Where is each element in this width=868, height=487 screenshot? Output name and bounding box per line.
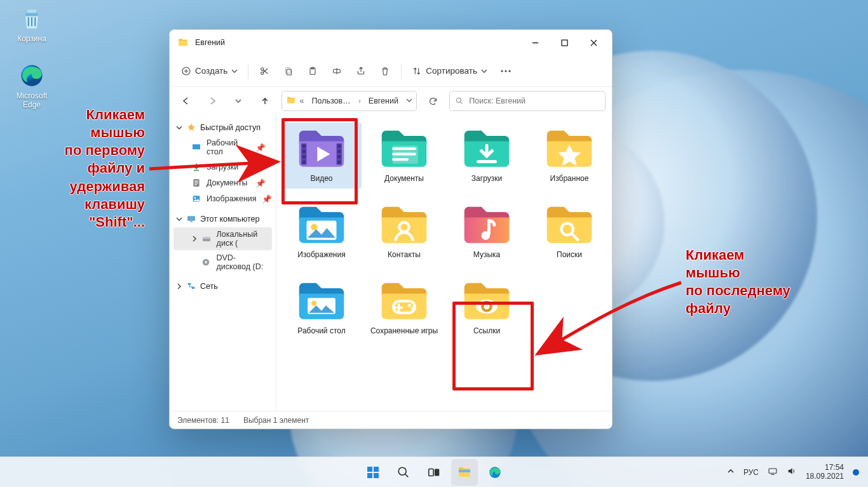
folder-pics[interactable]: Изображения <box>281 199 362 265</box>
delete-button[interactable] <box>374 60 396 82</box>
more-button[interactable] <box>495 60 517 82</box>
pin-icon: 📌 <box>255 163 266 172</box>
contacts-folder-icon <box>377 203 431 247</box>
annotation-right: Кликаем мышью по последнему файлу <box>686 246 790 318</box>
downloads-folder-icon <box>460 126 513 171</box>
refresh-button[interactable] <box>423 91 443 111</box>
taskbar-edge[interactable] <box>482 459 508 486</box>
pin-icon: 📌 <box>255 143 266 152</box>
share-button[interactable] <box>350 60 372 82</box>
new-button[interactable]: Создать <box>176 60 243 82</box>
svg-rect-58 <box>367 467 372 472</box>
titlebar[interactable]: Евгений <box>170 30 612 55</box>
start-button[interactable] <box>360 459 386 486</box>
sidebar-quick-item[interactable]: Рабочий стол📌 <box>173 136 272 159</box>
tray-volume-icon[interactable] <box>787 466 797 478</box>
breadcrumb-current[interactable]: Евгений <box>365 95 402 107</box>
sort-icon <box>412 66 422 76</box>
svg-rect-60 <box>367 473 372 478</box>
folder-downloads[interactable]: Загрузки <box>447 123 527 189</box>
copy-icon <box>283 66 294 76</box>
folder-docs[interactable]: Документы <box>364 123 444 189</box>
folder-search[interactable]: Поиски <box>529 199 609 265</box>
taskbar-search[interactable] <box>390 459 417 486</box>
svg-rect-35 <box>302 155 306 158</box>
sidebar: Быстрый доступ Рабочий стол📌Загрузки📌Док… <box>170 115 276 411</box>
sort-button[interactable]: Сортировать <box>407 60 492 82</box>
status-bar: Элементов: 11 Выбран 1 элемент <box>170 411 612 429</box>
sidebar-network[interactable]: Сеть <box>170 279 276 294</box>
svg-rect-64 <box>435 469 439 476</box>
folder-video[interactable]: Видео <box>281 123 362 189</box>
svg-rect-59 <box>374 467 379 472</box>
copy-button[interactable] <box>278 60 299 82</box>
nav-up[interactable] <box>255 91 275 111</box>
folder-fav[interactable]: Избранное <box>529 123 609 189</box>
sidebar-quick-item[interactable]: Документы📌 <box>173 175 272 190</box>
folder-contacts[interactable]: Контакты <box>364 199 444 265</box>
content-area[interactable]: ВидеоДокументыЗагрузкиИзбранноеИзображен… <box>276 115 612 411</box>
status-count: Элементов: 11 <box>177 416 229 425</box>
paste-button[interactable] <box>302 60 323 82</box>
folder-desktop[interactable]: Рабочий стол <box>281 275 362 341</box>
nav-row: « Пользов… › Евгений <box>170 87 612 115</box>
folder-label: Документы <box>384 175 424 183</box>
chevron-down-icon[interactable] <box>406 97 412 105</box>
search-box[interactable] <box>449 91 606 111</box>
desktop-folder-icon <box>295 279 348 323</box>
maximize-button[interactable] <box>550 32 579 53</box>
tray-clock[interactable]: 17:54 18.09.2021 <box>806 464 844 481</box>
close-button[interactable] <box>579 32 608 53</box>
breadcrumb-users[interactable]: Пользов… <box>308 95 355 107</box>
chevron-right-icon <box>176 283 182 290</box>
folder-links[interactable]: Ссылки <box>447 275 527 341</box>
status-selection: Выбран 1 элемент <box>243 416 309 425</box>
task-view[interactable] <box>421 459 447 486</box>
svg-point-28 <box>205 261 207 263</box>
folder-label: Видео <box>310 175 332 183</box>
pics-folder-icon <box>295 203 348 247</box>
notifications-indicator[interactable] <box>853 469 859 476</box>
rename-button[interactable] <box>326 60 348 82</box>
svg-rect-23 <box>187 216 195 220</box>
svg-rect-36 <box>302 161 306 164</box>
svg-rect-33 <box>302 145 306 148</box>
tray-chevron[interactable] <box>727 467 735 477</box>
desktop-icon-label: Microsoft Edge <box>6 91 57 109</box>
desktop-recycle-bin[interactable]: Корзина <box>6 5 57 43</box>
tray-language[interactable]: РУС <box>743 468 759 477</box>
sidebar-drive-item[interactable]: DVD-дисковод (D: <box>173 251 272 274</box>
pin-icon: 📌 <box>262 194 272 204</box>
svg-rect-24 <box>190 221 193 222</box>
svg-point-53 <box>311 300 316 305</box>
svg-rect-6 <box>287 69 292 75</box>
folder-music[interactable]: Музыка <box>447 199 527 265</box>
svg-rect-26 <box>203 237 210 239</box>
sidebar-drive-item[interactable]: Локальный диск ( <box>173 227 272 250</box>
sidebar-this-pc[interactable]: Этот компьютер <box>170 211 276 227</box>
nav-forward[interactable] <box>202 91 222 111</box>
sidebar-quick-item[interactable]: Загрузки📌 <box>173 159 272 175</box>
search-input[interactable] <box>469 97 600 105</box>
taskbar: РУС 17:54 18.09.2021 <box>0 457 868 487</box>
svg-rect-2 <box>562 40 567 46</box>
nav-recent[interactable] <box>229 91 248 111</box>
trash-icon <box>380 66 390 76</box>
music-folder-icon <box>460 203 513 247</box>
desktop-icon-label: Корзина <box>6 34 57 43</box>
minimize-button[interactable] <box>520 32 550 53</box>
cut-button[interactable] <box>254 60 275 82</box>
sidebar-quick-access[interactable]: Быстрый доступ <box>170 120 276 135</box>
sidebar-quick-item[interactable]: Изображения📌 <box>173 191 272 206</box>
desktop-edge[interactable]: Microsoft Edge <box>6 62 57 109</box>
explorer-window: Евгений Создать Сортировать <box>169 29 613 429</box>
address-bar[interactable]: « Пользов… › Евгений <box>281 91 417 111</box>
taskbar-explorer[interactable] <box>451 459 478 486</box>
tray-network-icon[interactable] <box>768 466 778 478</box>
nav-back[interactable] <box>176 91 196 111</box>
folder-games[interactable]: Сохраненные игры <box>364 275 444 341</box>
svg-rect-40 <box>337 161 341 164</box>
recycle-bin-icon <box>18 5 45 32</box>
folder-icon <box>457 465 472 480</box>
search-folder-icon <box>543 203 596 247</box>
